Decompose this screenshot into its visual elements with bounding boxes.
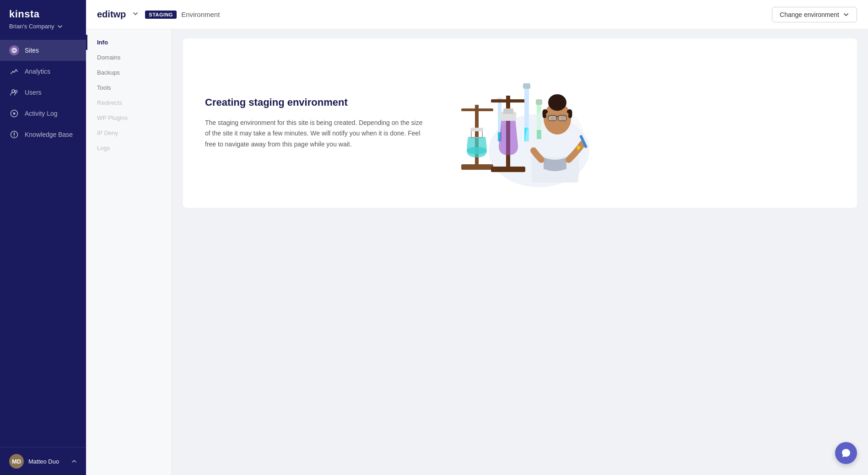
sidebar-item-label: Knowledge Base xyxy=(25,131,73,138)
sub-nav-logs[interactable]: Logs xyxy=(86,140,172,156)
sidebar-item-analytics[interactable]: Analytics xyxy=(0,61,86,82)
knowledge-icon xyxy=(9,130,19,140)
chevron-down-icon xyxy=(132,11,139,17)
sub-nav-tools[interactable]: Tools xyxy=(86,80,172,95)
sites-icon xyxy=(9,45,19,55)
sidebar-footer: MD Matteo Duo xyxy=(0,447,86,475)
svg-rect-10 xyxy=(461,108,493,111)
page-content: Creating staging environment The staging… xyxy=(172,29,868,475)
svg-rect-12 xyxy=(470,128,483,131)
sub-nav-backups[interactable]: Backups xyxy=(86,65,172,80)
sidebar-item-label: Activity Log xyxy=(25,110,58,117)
sub-sidebar: Info Domains Backups Tools Redirects WP … xyxy=(86,29,172,475)
svg-point-29 xyxy=(548,94,566,111)
sidebar-item-label: Analytics xyxy=(25,68,50,75)
svg-point-4 xyxy=(13,113,16,115)
content-description: The staging environment for this site is… xyxy=(205,118,425,149)
sidebar-nav: Sites Analytics Users xyxy=(0,36,86,447)
site-title-area: editwp STAGING Environment xyxy=(97,9,220,20)
sidebar-item-users[interactable]: Users xyxy=(0,82,86,103)
content-title: Creating staging environment xyxy=(205,97,425,108)
svg-rect-26 xyxy=(536,99,542,105)
chevron-down-icon xyxy=(843,11,849,18)
sidebar-item-knowledge-base[interactable]: Knowledge Base xyxy=(0,124,86,145)
science-illustration xyxy=(443,57,598,189)
staging-badge: STAGING xyxy=(145,11,177,19)
svg-point-0 xyxy=(12,48,16,53)
environment-label: Environment xyxy=(181,11,220,18)
svg-rect-18 xyxy=(491,99,525,103)
avatar: MD xyxy=(9,454,24,469)
main-panel: editwp STAGING Environment Change enviro… xyxy=(86,0,868,475)
sidebar-item-label: Users xyxy=(25,89,42,96)
sidebar-item-sites[interactable]: Sites xyxy=(0,40,86,61)
change-environment-button[interactable]: Change environment xyxy=(772,7,857,22)
content-card: Creating staging environment The staging… xyxy=(183,38,857,208)
svg-rect-20 xyxy=(503,108,513,114)
user-info[interactable]: MD Matteo Duo xyxy=(9,454,59,469)
site-name: editwp xyxy=(97,9,126,20)
site-dropdown-button[interactable] xyxy=(130,9,140,20)
top-header: editwp STAGING Environment Change enviro… xyxy=(86,0,868,29)
sidebar-item-activity-log[interactable]: Activity Log xyxy=(0,103,86,124)
sub-nav-info[interactable]: Info xyxy=(86,35,172,50)
svg-point-6 xyxy=(14,136,15,137)
content-text: Creating staging environment The staging… xyxy=(205,97,425,149)
chevron-up-icon xyxy=(71,459,77,464)
svg-point-2 xyxy=(15,91,17,93)
chevron-down-icon xyxy=(57,24,63,29)
sub-nav-ip-deny[interactable]: IP Deny xyxy=(86,125,172,140)
company-name: Brian's Company xyxy=(9,23,54,30)
user-name: Matteo Duo xyxy=(28,458,59,465)
svg-rect-23 xyxy=(523,83,530,89)
chat-button[interactable] xyxy=(835,442,857,464)
sidebar: kinsta Brian's Company Sites xyxy=(0,0,86,475)
svg-rect-34 xyxy=(558,115,566,121)
sidebar-item-label: Sites xyxy=(25,47,39,54)
activity-icon xyxy=(9,108,19,119)
svg-rect-33 xyxy=(548,115,556,121)
chat-icon xyxy=(841,448,851,458)
svg-point-1 xyxy=(12,90,15,92)
company-selector[interactable]: Brian's Company xyxy=(9,23,77,30)
illustration-svg xyxy=(447,59,594,187)
content-area: Info Domains Backups Tools Redirects WP … xyxy=(86,29,868,475)
sidebar-logo: kinsta Brian's Company xyxy=(0,0,86,36)
analytics-icon xyxy=(9,66,19,76)
sub-nav-domains[interactable]: Domains xyxy=(86,50,172,65)
users-icon xyxy=(9,87,19,97)
sub-nav-wp-plugins[interactable]: WP Plugins xyxy=(86,110,172,125)
sub-nav-redirects[interactable]: Redirects xyxy=(86,95,172,110)
brand-logo: kinsta xyxy=(9,8,77,20)
